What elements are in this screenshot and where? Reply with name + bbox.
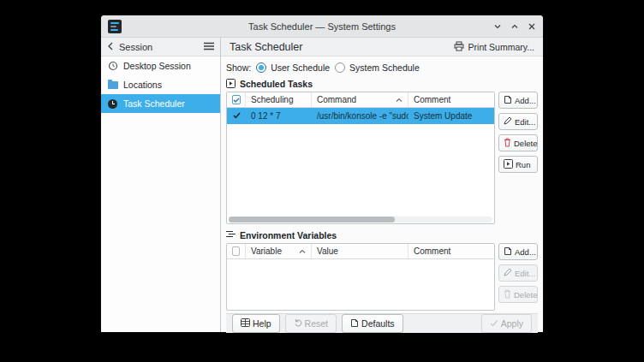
column-variable[interactable]: Variable: [246, 244, 312, 258]
edit-pencil-icon: [504, 268, 512, 278]
sidebar-item-task-scheduler[interactable]: Task Scheduler: [101, 94, 220, 113]
help-book-icon: [241, 318, 250, 329]
sidebar-item-label: Task Scheduler: [123, 98, 185, 109]
page-title: Task Scheduler: [230, 41, 302, 53]
sidebar-back-label[interactable]: Session: [119, 42, 152, 52]
check-icon: [233, 111, 241, 121]
session-icon: [107, 61, 118, 72]
column-comment[interactable]: Comment: [408, 92, 494, 107]
sidebar-item-desktop-session[interactable]: Desktop Session: [101, 56, 220, 75]
back-icon[interactable]: [107, 42, 114, 52]
sidebar-item-label: Desktop Session: [123, 61, 191, 71]
task-edit-button[interactable]: Edit...: [498, 113, 538, 130]
env-edit-button[interactable]: Edit...: [498, 264, 538, 282]
printer-icon: [454, 41, 464, 53]
column-scheduling[interactable]: Scheduling: [246, 92, 312, 107]
column-env-comment[interactable]: Comment: [408, 244, 494, 258]
edit-pencil-icon: [504, 116, 512, 127]
tasks-table-header[interactable]: Scheduling Command Comment: [227, 92, 494, 108]
sidebar-item-locations[interactable]: Locations: [101, 75, 220, 94]
task-delete-button[interactable]: Delete: [498, 134, 538, 151]
scheduled-tasks-title: Scheduled Tasks: [240, 79, 313, 89]
titlebar[interactable]: Task Scheduler — System Settings: [101, 15, 543, 38]
task-scheduling: 0 12 * 7: [246, 108, 312, 124]
folder-icon: [107, 80, 118, 91]
task-command: /usr/bin/konsole -e "sudo pa...: [312, 108, 408, 124]
task-add-button[interactable]: Add...: [498, 92, 538, 109]
column-value[interactable]: Value: [312, 244, 408, 258]
add-document-icon: [504, 246, 512, 258]
environment-variables-table[interactable]: Variable Value Comment: [226, 243, 495, 311]
env-delete-button[interactable]: Delete: [498, 286, 538, 303]
scheduled-tasks-icon: [226, 79, 236, 90]
apply-button[interactable]: Apply: [481, 314, 532, 333]
sidebar-item-label: Locations: [123, 80, 162, 90]
add-document-icon: [504, 95, 512, 106]
radio-user-schedule[interactable]: User Schedule: [256, 62, 330, 73]
environment-variables-title: Environment Variables: [240, 230, 337, 240]
defaults-document-icon: [350, 318, 359, 329]
sort-ascending-icon: [295, 246, 306, 256]
trash-icon: [504, 289, 511, 300]
print-summary-button[interactable]: Print Summary...: [454, 41, 534, 53]
help-button[interactable]: Help: [232, 314, 280, 333]
column-command[interactable]: Command: [312, 92, 408, 107]
sort-ascending-icon: [392, 95, 402, 104]
scrollbar-thumb[interactable]: [229, 217, 395, 223]
undo-icon: [294, 318, 302, 329]
task-comment: System Update: [408, 108, 494, 124]
system-settings-window: Task Scheduler — System Settings Session…: [101, 15, 543, 332]
task-run-button[interactable]: Run: [498, 156, 538, 173]
task-row-system-update[interactable]: 0 12 * 7 /usr/bin/konsole -e "sudo pa...…: [227, 108, 494, 124]
window-title: Task Scheduler — System Settings: [101, 21, 543, 32]
defaults-button[interactable]: Defaults: [342, 314, 403, 333]
scheduled-tasks-table[interactable]: Scheduling Command Comment 0 12 * 7 /usr…: [226, 92, 495, 224]
clock-icon: [107, 98, 118, 110]
reset-button[interactable]: Reset: [285, 314, 337, 333]
radio-system-schedule[interactable]: System Schedule: [335, 62, 420, 73]
horizontal-scrollbar[interactable]: [229, 217, 492, 223]
apply-check-icon: [490, 318, 498, 329]
show-label: Show:: [226, 62, 251, 73]
run-icon: [504, 159, 513, 170]
content-pane: Task Scheduler Print Summary... Show: Us…: [221, 38, 543, 332]
select-all-checkbox[interactable]: [232, 95, 241, 104]
environment-variables-icon: [226, 230, 236, 240]
radio-selected-icon: [256, 62, 266, 73]
minimize-icon[interactable]: [493, 22, 502, 31]
hamburger-menu-icon[interactable]: [204, 42, 214, 52]
env-select-all-checkbox[interactable]: [232, 246, 240, 256]
close-icon[interactable]: [528, 22, 536, 31]
env-table-header[interactable]: Variable Value Comment: [227, 244, 494, 259]
radio-unselected-icon: [335, 62, 345, 73]
sidebar: Session Desktop Session Locations Task S…: [101, 38, 221, 332]
trash-icon: [504, 138, 511, 149]
env-add-button[interactable]: Add...: [498, 243, 538, 260]
maximize-icon[interactable]: [510, 22, 519, 31]
app-icon: [108, 20, 122, 33]
